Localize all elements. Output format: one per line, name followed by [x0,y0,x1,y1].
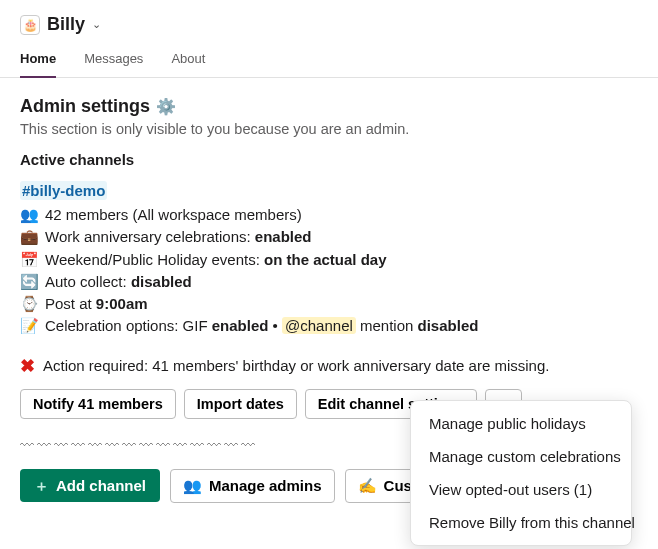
chevron-down-icon[interactable]: ⌄ [92,18,101,31]
channel-settings-list: 👥 42 members (All workspace members) 💼 W… [20,205,638,337]
members-row: 👥 42 members (All workspace members) [20,205,638,225]
tab-home[interactable]: Home [20,51,56,78]
active-channels-heading: Active channels [20,151,638,168]
import-dates-button[interactable]: Import dates [184,389,297,419]
menu-manage-custom-celebrations[interactable]: Manage custom celebrations [411,440,631,473]
add-channel-button[interactable]: ＋ Add channel [20,469,160,502]
action-required-text: Action required: 41 members' birthday or… [43,357,549,374]
celebration-row: 📝 Celebration options: GIF enabled • @ch… [20,316,638,336]
more-actions-menu: Manage public holidays Manage custom cel… [410,400,632,533]
manage-admins-label: Manage admins [209,477,322,494]
anniversary-row: 💼 Work anniversary celebrations: enabled [20,227,638,247]
plus-icon: ＋ [34,478,49,493]
autocollect-row: 🔄 Auto collect: disabled [20,272,638,292]
menu-manage-public-holidays[interactable]: Manage public holidays [411,407,631,440]
bot-name[interactable]: Billy [47,14,85,35]
page-subtitle: This section is only visible to you beca… [20,121,638,137]
postat-row: ⌚ Post at 9:00am [20,294,638,314]
gear-icon: ⚙️ [156,97,176,116]
bot-avatar-icon: 🎂 [20,15,40,35]
write-icon: ✍️ [358,477,377,495]
tab-messages[interactable]: Messages [84,51,143,77]
notify-members-button[interactable]: Notify 41 members [20,389,176,419]
page-title-text: Admin settings [20,96,150,117]
weekend-text: Weekend/Public Holiday events: on the ac… [45,250,387,270]
briefcase-icon: 💼 [20,227,38,247]
members-icon: 👥 [20,205,38,225]
postat-text: Post at 9:00am [45,294,148,314]
add-channel-label: Add channel [56,477,146,494]
tab-about[interactable]: About [171,51,205,77]
watch-icon: ⌚ [20,294,38,314]
app-header: 🎂 Billy ⌄ [0,0,658,41]
action-required-row: ✖ Action required: 41 members' birthday … [20,355,638,377]
error-x-icon: ✖ [20,355,35,377]
channel-link[interactable]: #billy-demo [20,181,107,200]
pencil-icon: 📝 [20,316,38,336]
celebration-text: Celebration options: GIF enabled • @chan… [45,316,478,336]
autocollect-text: Auto collect: disabled [45,272,192,292]
channel-mention-pill: @channel [282,317,356,334]
menu-remove-billy[interactable]: Remove Billy from this channel [411,506,631,533]
anniversary-text: Work anniversary celebrations: enabled [45,227,312,247]
weekend-row: 📅 Weekend/Public Holiday events: on the … [20,250,638,270]
tab-bar: Home Messages About [0,41,658,78]
page-title: Admin settings ⚙️ [20,96,638,117]
menu-view-opted-out-users[interactable]: View opted-out users (1) [411,473,631,506]
calendar-icon: 📅 [20,250,38,270]
admins-icon: 👥 [183,477,202,495]
members-text: 42 members (All workspace members) [45,205,302,225]
manage-admins-button[interactable]: 👥 Manage admins [170,469,335,503]
refresh-icon: 🔄 [20,272,38,292]
